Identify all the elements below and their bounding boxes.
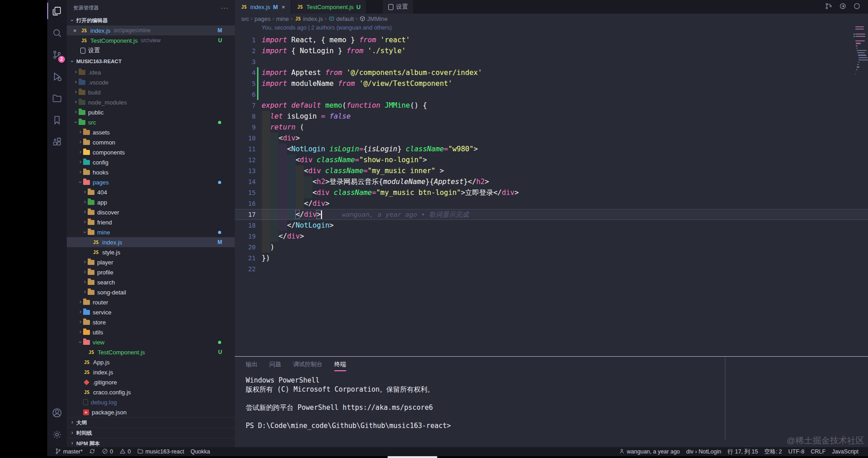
status-item[interactable]: div › NotLogin — [683, 448, 724, 456]
status-item[interactable]: Quokka — [187, 448, 213, 456]
open-editor-item[interactable]: ×JSindex.jssrc\pages\mineM — [67, 25, 235, 35]
account-icon[interactable] — [47, 402, 67, 423]
tree-item[interactable]: ›player — [67, 257, 235, 267]
folder-explorer-icon[interactable] — [47, 87, 67, 109]
status-item[interactable]: 0 — [99, 448, 116, 456]
run-debug-icon[interactable] — [47, 65, 67, 87]
tree-item[interactable]: ›node_modules — [67, 97, 235, 107]
tree-item[interactable]: ›pages — [67, 177, 235, 187]
tree-item[interactable]: ›view — [67, 337, 235, 347]
line-number[interactable]: 12 — [235, 154, 256, 165]
tree-item[interactable]: ›friend — [67, 217, 235, 227]
line-number[interactable]: 19 — [235, 231, 256, 242]
breadcrumb-item[interactable]: src — [241, 15, 249, 22]
panel-tab-终端[interactable]: 终端 — [334, 360, 346, 371]
tree-item[interactable]: ›config — [67, 157, 235, 167]
panel-tab-输出[interactable]: 输出 — [246, 360, 258, 371]
tree-item[interactable]: ›build — [67, 87, 235, 97]
code-line[interactable]: 14 <h2>登录网易云音乐{moduleName}{Apptest}</h2> — [235, 176, 868, 187]
line-number[interactable]: 17 — [235, 209, 256, 220]
breadcrumb-item[interactable]: default — [328, 15, 354, 22]
tree-item[interactable]: ›components — [67, 147, 235, 157]
line-number[interactable]: 15 — [235, 187, 256, 198]
code-line[interactable]: 7export default memo(function JMMine() { — [235, 100, 868, 111]
tree-item[interactable]: ›mine — [67, 227, 235, 237]
line-number[interactable]: 13 — [235, 165, 256, 176]
more-actions-icon[interactable]: ··· — [221, 4, 228, 11]
tree-item[interactable]: ›.idea — [67, 67, 235, 77]
tree-item[interactable]: ›.vscode — [67, 77, 235, 87]
line-number[interactable]: 20 — [235, 242, 256, 253]
line-number[interactable]: 5 — [235, 78, 256, 89]
status-item[interactable]: UTF-8 — [785, 448, 808, 456]
tree-item[interactable]: npackage.json — [67, 407, 235, 417]
line-number[interactable]: 9 — [235, 122, 256, 133]
code-line[interactable]: 6 — [235, 89, 868, 100]
status-item[interactable]: 0 — [116, 448, 134, 456]
code-line[interactable]: 10 <div> — [235, 133, 868, 144]
tree-item[interactable]: JSstyle.js — [67, 247, 235, 257]
code-line[interactable]: 16 </div> — [235, 198, 868, 209]
code-line[interactable]: 13 <div className="my_music inner" > — [235, 165, 868, 176]
breadcrumb-item[interactable]: mine — [276, 15, 289, 22]
tab-index.js[interactable]: JSindex.jsM× — [235, 0, 291, 14]
open-changes-icon[interactable] — [839, 2, 847, 12]
tree-item[interactable]: ›src — [67, 117, 235, 127]
status-item[interactable] — [86, 448, 99, 456]
code-editor[interactable]: You, seconds ago | 2 authors (wanguan an… — [235, 24, 868, 356]
tree-item[interactable]: ›song-detail — [67, 287, 235, 297]
line-number[interactable]: 21 — [235, 253, 256, 264]
preview-circle-icon[interactable] — [853, 2, 861, 12]
tree-item[interactable]: JSindex.jsM — [67, 237, 235, 247]
code-line[interactable]: 11 <NotLogin isLogin={isLogin} className… — [235, 144, 868, 154]
line-number[interactable]: 6 — [235, 89, 256, 100]
open-editors-header[interactable]: › 打开的编辑器 — [67, 15, 235, 25]
line-number[interactable]: 7 — [235, 100, 256, 111]
tree-item[interactable]: ›app — [67, 197, 235, 207]
code-line[interactable]: 19 </div> — [235, 231, 868, 242]
open-editor-item[interactable]: JSTestComponent.jssrc\viewU — [67, 35, 235, 45]
status-item[interactable]: master* — [52, 448, 86, 456]
extensions-icon[interactable] — [47, 131, 67, 153]
line-number[interactable]: 10 — [235, 133, 256, 144]
status-item[interactable]: music163-react — [134, 448, 187, 456]
tree-item[interactable]: ›service — [67, 307, 235, 317]
status-item[interactable]: 空格: 2 — [761, 448, 785, 456]
tree-item[interactable]: ›utils — [67, 327, 235, 337]
line-number[interactable]: 18 — [235, 220, 256, 231]
code-line[interactable]: 2import { NotLogin } from './style' — [235, 45, 868, 56]
tree-item[interactable]: JSindex.js — [67, 367, 235, 377]
close-icon[interactable]: × — [282, 4, 285, 10]
status-item[interactable]: JavaScript — [829, 448, 862, 456]
tree-item[interactable]: .gitignore — [67, 377, 235, 387]
bookmark-icon[interactable] — [47, 109, 67, 131]
source-control-icon[interactable]: 2 — [47, 44, 67, 65]
sidebar-section-时间线[interactable]: ›时间线 — [67, 428, 235, 438]
close-icon[interactable]: × — [73, 27, 80, 34]
code-line[interactable]: 15 <div className="my_music btn-login">立… — [235, 187, 868, 198]
status-item[interactable]: 行 17, 列 15 — [724, 448, 761, 456]
files-icon[interactable] — [47, 0, 67, 22]
sidebar-section-大纲[interactable]: ›大纲 — [67, 417, 235, 428]
tree-item[interactable]: ›store — [67, 317, 235, 327]
codelens-annotation[interactable]: You, seconds ago | 2 authors (wanguan an… — [262, 25, 392, 31]
code-line[interactable]: 21}) — [235, 253, 868, 264]
panel-tab-问题[interactable]: 问题 — [269, 360, 281, 371]
code-line[interactable]: 5import moduleName from '@/view/TestComp… — [235, 78, 868, 89]
code-line[interactable]: 12 <div className="show-no-login"> — [235, 154, 868, 165]
tree-item[interactable]: ›search — [67, 277, 235, 287]
project-header[interactable]: › MUSIC163-REACT — [67, 55, 235, 67]
code-line[interactable]: 1import React, { memo } from 'react' — [235, 35, 868, 45]
sidebar-section-NPM 脚本[interactable]: ›NPM 脚本 — [67, 438, 235, 447]
code-line[interactable]: 8 let isLogin = false — [235, 111, 868, 122]
tree-item[interactable]: ›404 — [67, 187, 235, 197]
line-number[interactable]: 14 — [235, 176, 256, 187]
status-item[interactable]: CRLF — [808, 448, 829, 456]
open-editor-item[interactable]: 设置 — [67, 45, 235, 55]
tree-item[interactable]: ›profile — [67, 267, 235, 277]
source-control-graph-icon[interactable] — [825, 2, 833, 12]
terminal[interactable]: Windows PowerShell版权所有 (C) Microsoft Cor… — [235, 371, 868, 430]
tree-item[interactable]: ›discover — [67, 207, 235, 217]
line-number[interactable]: 22 — [235, 264, 256, 274]
search-icon[interactable] — [47, 22, 67, 44]
